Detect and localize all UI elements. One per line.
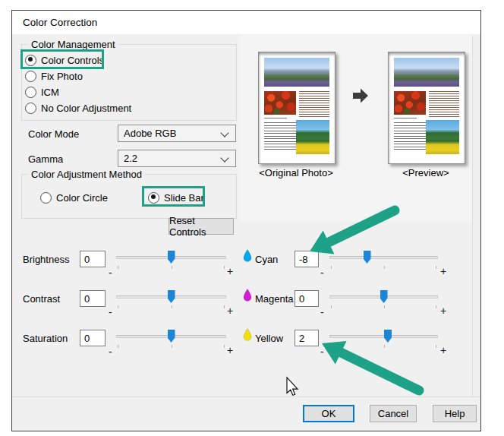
- magenta-ink-drop-icon: [243, 289, 252, 302]
- slider-tick: [436, 266, 436, 269]
- plus-label: +: [440, 265, 446, 277]
- magenta-slider[interactable]: [329, 290, 438, 305]
- annotation-highlight-slide-bar: [142, 186, 205, 207]
- magenta-label: Magenta: [255, 293, 294, 305]
- slider-tick: [436, 345, 436, 348]
- thumbnail-text-line: [264, 118, 287, 118]
- help-button-label: Help: [445, 408, 465, 419]
- thumbnail-landscape-photo: [394, 58, 459, 87]
- thumbnail-text-block: [299, 91, 329, 117]
- plus-label: +: [440, 305, 446, 317]
- magenta-value: 0: [299, 293, 304, 305]
- radio-label: Fix Photo: [41, 71, 83, 82]
- help-button[interactable]: Help: [433, 405, 477, 422]
- slider-tick: [384, 305, 385, 308]
- yellow-slider[interactable]: [329, 330, 438, 345]
- cyan-input[interactable]: -8: [295, 251, 319, 267]
- slider-track[interactable]: [329, 256, 438, 259]
- cyan-label: Cyan: [255, 254, 278, 265]
- thumbnail-text-block: [264, 122, 296, 152]
- cyan-row: Cyan -8 - +: [12, 249, 480, 286]
- ok-button[interactable]: OK: [303, 405, 354, 422]
- thumbnail-landscape-photo: [264, 58, 329, 87]
- original-photo-thumbnail: [258, 52, 335, 164]
- yellow-row: Yellow 2 - +: [12, 328, 480, 365]
- radio-label: Color Circle: [56, 192, 108, 204]
- slider-tick: [384, 345, 385, 348]
- color-correction-dialog: Color Correction Color Management Color …: [11, 10, 481, 431]
- gamma-dropdown[interactable]: 2.2: [118, 150, 236, 167]
- radio-button-icon[interactable]: [25, 103, 36, 114]
- screenshot-canvas: Color Correction Color Management Color …: [0, 0, 504, 436]
- thumbnail-text-block: [429, 91, 459, 117]
- radio-fix-photo[interactable]: Fix Photo: [25, 70, 83, 82]
- slider-tick: [331, 305, 332, 308]
- thumbnail-poppy-photo: [394, 91, 426, 115]
- gamma-label: Gamma: [28, 153, 63, 165]
- radio-icm[interactable]: ICM: [25, 86, 59, 98]
- preview-caption: <Preview>: [365, 167, 487, 179]
- reset-controls-label: Reset Controls: [169, 215, 233, 238]
- cyan-slider[interactable]: [329, 251, 438, 266]
- dialog-title: Color Correction: [23, 17, 97, 28]
- radio-button-icon[interactable]: [25, 87, 36, 98]
- yellow-label: Yellow: [255, 333, 283, 344]
- radio-button-icon[interactable]: [40, 192, 52, 204]
- slider-tick: [331, 345, 332, 348]
- color-mode-value: Adobe RGB: [118, 128, 176, 139]
- footer-divider: [12, 397, 480, 397]
- radio-button-icon[interactable]: [25, 71, 36, 82]
- preview-thumbnail: [388, 52, 465, 164]
- cancel-button-label: Cancel: [378, 408, 408, 419]
- reset-controls-button[interactable]: Reset Controls: [169, 218, 234, 235]
- magenta-row: Magenta 0 - +: [12, 289, 480, 325]
- yellow-input[interactable]: 2: [295, 330, 319, 346]
- slider-tick: [331, 266, 332, 269]
- chevron-down-icon: [220, 153, 228, 162]
- yellow-ink-drop-icon: [243, 328, 252, 341]
- slider-thumb[interactable]: [380, 290, 388, 303]
- plus-label: +: [440, 344, 446, 356]
- cyan-ink-drop-icon: [243, 249, 252, 262]
- thumbnail-text-block: [394, 122, 426, 152]
- ok-button-label: OK: [322, 408, 336, 419]
- chevron-down-icon: [220, 128, 228, 137]
- minus-label: -: [320, 306, 324, 318]
- cancel-button[interactable]: Cancel: [370, 405, 417, 422]
- radio-color-circle[interactable]: Color Circle: [40, 191, 108, 204]
- annotation-highlight-color-controls: [20, 49, 104, 69]
- radio-no-color-adjustment[interactable]: No Color Adjustment: [25, 102, 131, 114]
- gamma-value: 2.2: [118, 153, 137, 164]
- dialog-titlebar: Color Correction: [12, 11, 480, 34]
- minus-label: -: [320, 346, 324, 358]
- yellow-value: 2: [299, 333, 304, 344]
- slider-thumb[interactable]: [384, 330, 392, 343]
- slider-track[interactable]: [329, 335, 438, 338]
- color-mode-label: Color Mode: [28, 128, 79, 140]
- radio-label: No Color Adjustment: [41, 103, 131, 114]
- color-management-group-label: Color Management: [28, 39, 118, 50]
- color-adjustment-method-group-label: Color Adjustment Method: [28, 169, 145, 180]
- magenta-input[interactable]: 0: [295, 290, 319, 307]
- slider-tick: [436, 305, 436, 308]
- radio-label: ICM: [41, 87, 59, 98]
- slider-thumb[interactable]: [364, 251, 371, 264]
- slider-tick: [384, 266, 385, 269]
- color-mode-dropdown[interactable]: Adobe RGB: [118, 125, 236, 142]
- original-photo-caption: <Original Photo>: [235, 167, 357, 179]
- thumbnail-trees-photo: [296, 120, 329, 154]
- minus-label: -: [320, 267, 324, 279]
- thumbnail-poppy-photo: [264, 91, 296, 115]
- thumbnail-text-line: [394, 118, 417, 118]
- cyan-value: -8: [299, 254, 308, 265]
- thumbnail-trees-photo: [426, 120, 459, 154]
